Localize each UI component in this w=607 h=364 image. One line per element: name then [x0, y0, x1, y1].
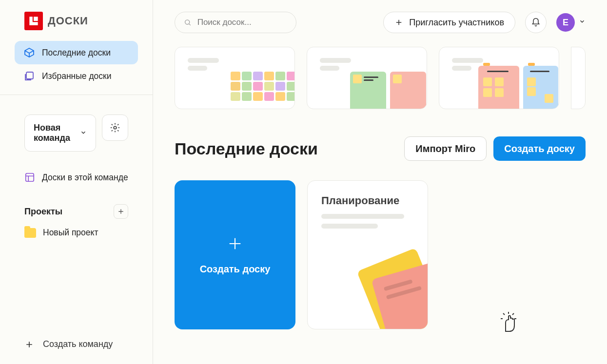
- btn-label: Создать доску: [504, 143, 575, 154]
- template-strip: [175, 47, 586, 109]
- grid-swatch: [264, 92, 274, 101]
- tab-icon: [528, 63, 535, 66]
- team-boards-label: Доски в этой команде: [42, 172, 128, 183]
- placeholder-line: [320, 58, 351, 63]
- preview-panel: [390, 72, 426, 109]
- svg-rect-0: [26, 72, 33, 79]
- sticky-note-icon: [483, 77, 492, 86]
- grid-swatch: [264, 72, 274, 80]
- create-team-button[interactable]: Создать команду: [24, 339, 128, 349]
- sidebar-mid: Новая команда Доски в этой команде Проек…: [0, 95, 153, 328]
- preview-panel: [478, 66, 519, 109]
- invite-label: Пригласить участников: [409, 18, 504, 28]
- grid-swatch: [253, 72, 263, 80]
- team-selector[interactable]: Новая команда: [24, 115, 96, 152]
- sticky-note-icon: [527, 77, 536, 86]
- grid-swatch: [275, 82, 285, 91]
- cursor-pointer-icon: [501, 312, 519, 335]
- create-team-label: Создать команду: [43, 339, 113, 349]
- logo-mark-icon: [24, 12, 43, 30]
- folder-icon: [24, 228, 36, 238]
- line-icon: [364, 77, 378, 78]
- project-item[interactable]: Новый проект: [24, 228, 128, 238]
- avatar: E: [556, 13, 575, 32]
- template-card-2[interactable]: [307, 47, 427, 109]
- team-boards-link[interactable]: Доски в этой команде: [24, 172, 128, 183]
- plus-icon: [24, 340, 34, 349]
- grid-swatch: [253, 92, 263, 101]
- grid-swatch: [264, 82, 274, 91]
- board-card[interactable]: Планирование: [307, 180, 428, 329]
- grid-swatch: [275, 72, 285, 80]
- search-input[interactable]: [197, 18, 287, 27]
- chevron-down-icon: [579, 18, 586, 27]
- create-board-button[interactable]: Создать доску: [493, 136, 586, 161]
- notifications-button[interactable]: [525, 12, 547, 33]
- placeholder-line: [452, 58, 483, 63]
- sticky-note-icon: [527, 87, 536, 96]
- logo-word: ДОСКИ: [48, 15, 88, 27]
- search-input-wrap[interactable]: [175, 12, 296, 33]
- sidebar-top-nav: Последние доски Избранные доски: [0, 41, 153, 95]
- template-card-1[interactable]: [175, 47, 295, 109]
- sticky-note-icon: [353, 75, 362, 83]
- chevron-down-icon: [80, 128, 87, 138]
- sticky-note-icon: [545, 94, 553, 103]
- grid-swatch: [253, 82, 263, 91]
- sticky-note-icon: [495, 88, 504, 97]
- preview-panel: [523, 66, 558, 109]
- svg-rect-2: [26, 173, 34, 182]
- avatar-letter: E: [563, 18, 568, 28]
- project-label: Новый проект: [43, 228, 98, 238]
- grid-swatch: [275, 92, 285, 101]
- preview-panel: [350, 72, 386, 109]
- create-board-card[interactable]: Создать доску: [175, 180, 295, 329]
- team-settings-button[interactable]: [102, 115, 128, 141]
- grid-preview: [231, 72, 295, 101]
- grid-swatch: [231, 82, 240, 91]
- nav-recent-boards[interactable]: Последние доски: [15, 41, 138, 64]
- plus-icon: [227, 235, 243, 252]
- template-card-3[interactable]: [439, 47, 559, 109]
- plus-icon: [117, 208, 125, 215]
- grid-swatch: [242, 92, 252, 101]
- nav-label: Избранные доски: [42, 71, 112, 81]
- grid-swatch: [231, 72, 240, 80]
- projects-heading: Проекты: [24, 207, 62, 217]
- topbar: Пригласить участников E: [175, 12, 586, 33]
- sidebar: ДОСКИ Последние доски Избранные доски Но…: [0, 0, 153, 364]
- main-area: Пригласить участников E: [153, 0, 607, 364]
- import-miro-button[interactable]: Импорт Miro: [404, 136, 487, 161]
- line-icon: [364, 79, 373, 81]
- placeholder-line: [452, 66, 471, 71]
- placeholder-line: [188, 58, 219, 63]
- sticky-note-icon: [483, 88, 492, 97]
- placeholder-line: [320, 66, 339, 71]
- placeholder-line: [321, 214, 404, 219]
- page-title: Последние доски: [175, 139, 318, 158]
- add-project-button[interactable]: [114, 204, 128, 219]
- sticky-note-icon: [393, 75, 402, 83]
- grid-swatch: [242, 82, 252, 91]
- grid-swatch: [287, 92, 295, 101]
- grid-swatch: [242, 72, 252, 80]
- headline-row: Последние доски Импорт Miro Создать доск…: [175, 136, 586, 161]
- grid-swatch: [287, 82, 295, 91]
- gear-icon: [110, 122, 120, 133]
- grid-swatch: [287, 72, 295, 80]
- board-art: [354, 246, 428, 329]
- plus-icon: [394, 18, 403, 27]
- nav-label: Последние доски: [42, 48, 111, 58]
- create-card-label: Создать доску: [200, 264, 271, 275]
- box-icon: [23, 47, 35, 58]
- grid-swatch: [231, 92, 240, 101]
- nav-favorite-boards[interactable]: Избранные доски: [15, 64, 138, 88]
- bell-icon: [531, 18, 541, 27]
- btn-label: Импорт Miro: [415, 143, 475, 154]
- template-card-4-partial[interactable]: [571, 47, 586, 109]
- placeholder-line: [321, 224, 378, 229]
- invite-button[interactable]: Пригласить участников: [383, 12, 515, 33]
- sticky-note-icon: [495, 77, 504, 86]
- user-menu[interactable]: E: [556, 13, 586, 32]
- logo[interactable]: ДОСКИ: [0, 0, 153, 41]
